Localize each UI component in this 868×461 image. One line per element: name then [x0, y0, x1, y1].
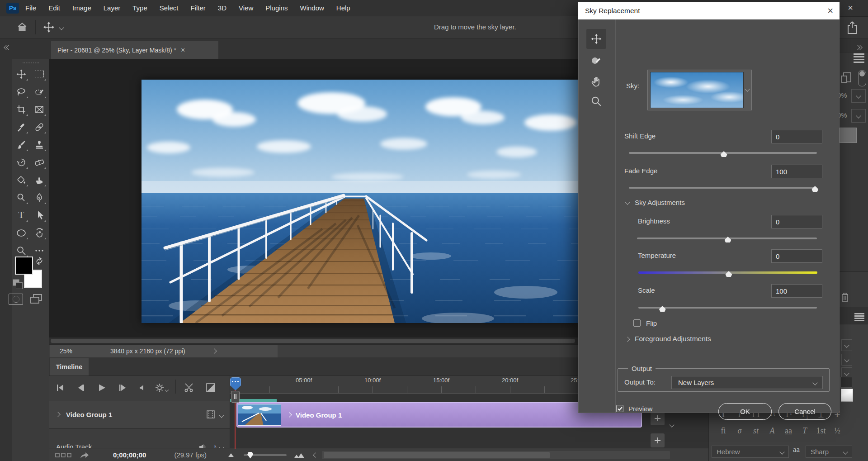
film-icon[interactable]	[206, 410, 216, 419]
char-combo-chevron-2[interactable]	[841, 354, 852, 366]
menu-filter[interactable]: Filter	[191, 4, 206, 12]
crop-tool[interactable]	[12, 100, 30, 118]
cancel-button[interactable]: Cancel	[778, 403, 831, 420]
pen-tool[interactable]	[30, 189, 48, 206]
slider-thumb[interactable]	[659, 306, 666, 312]
brush-tool[interactable]	[12, 136, 30, 153]
timeline-settings-button[interactable]	[154, 380, 169, 395]
playhead-handle[interactable]	[231, 391, 240, 403]
char-feature-button[interactable]: ½	[829, 426, 845, 436]
rotate-view-tool[interactable]	[30, 224, 48, 242]
menu-window[interactable]: Window	[300, 4, 324, 12]
foreground-color-swatch[interactable]	[15, 257, 33, 275]
foreground-adjustments-chevron-icon[interactable]	[625, 337, 630, 342]
expand-panels-icon[interactable]	[856, 43, 862, 51]
char-feature-button[interactable]: aa	[780, 426, 797, 436]
sky-preview-frame[interactable]	[647, 70, 752, 110]
dialog-close-icon[interactable]: ×	[827, 6, 833, 15]
layer-thumb-swatch[interactable]	[840, 128, 857, 143]
zoom-level-field[interactable]: 25%	[50, 345, 89, 357]
shape-tool[interactable]	[12, 224, 30, 242]
dodge-tool[interactable]	[12, 189, 30, 206]
gradient-tool[interactable]	[12, 171, 30, 189]
fill-dropdown-icon[interactable]	[851, 109, 866, 123]
shift-edge-slider[interactable]	[629, 152, 817, 154]
menu-select[interactable]: Select	[160, 4, 179, 12]
render-squares-icon[interactable]	[55, 453, 71, 457]
brightness-slider[interactable]	[637, 238, 817, 239]
panel-menu-icon[interactable]	[854, 53, 864, 55]
photoshop-logo[interactable]: Ps	[6, 3, 19, 14]
healing-brush-tool[interactable]	[30, 118, 48, 136]
video-group-expand-icon[interactable]	[55, 412, 60, 417]
document-tab-close-icon[interactable]: ×	[181, 46, 185, 54]
move-tool-options-icon[interactable]	[43, 21, 55, 33]
scale-input[interactable]	[771, 284, 822, 298]
frame-tool[interactable]	[30, 100, 48, 118]
video-group-menu-icon[interactable]	[219, 413, 224, 418]
dialog-sky-brush-tool[interactable]	[589, 54, 604, 69]
next-frame-button[interactable]	[115, 380, 130, 395]
canvas-document[interactable]	[142, 80, 578, 323]
dialog-zoom-tool[interactable]	[589, 94, 604, 109]
scroll-left-icon[interactable]	[313, 452, 318, 457]
doc-info-field[interactable]: 3840 px x 2160 px (72 ppi)	[89, 345, 278, 357]
menu-type[interactable]: Type	[132, 4, 147, 12]
swap-colors-icon[interactable]	[34, 257, 44, 266]
flip-checkbox[interactable]	[633, 319, 641, 327]
canvas-hscrollbar[interactable]	[49, 337, 578, 344]
home-icon[interactable]	[16, 21, 28, 33]
char-combo-chevron-1[interactable]	[841, 339, 852, 351]
history-brush-tool[interactable]	[12, 153, 30, 171]
dialog-titlebar[interactable]: Sky Replacement ×	[578, 2, 840, 19]
move-tool[interactable]	[12, 65, 30, 83]
path-selection-tool[interactable]	[30, 206, 48, 224]
slider-thumb[interactable]	[721, 151, 727, 157]
tab-timeline[interactable]: Timeline	[50, 358, 89, 375]
foreground-adjustments-label[interactable]: Foreground Adjustments	[635, 335, 711, 343]
scale-slider[interactable]	[638, 307, 817, 309]
slider-thumb[interactable]	[725, 271, 732, 277]
smudge-tool[interactable]	[30, 171, 48, 189]
menu-plugins[interactable]: Plugins	[265, 4, 288, 12]
document-tab[interactable]: Pier - 20681 @ 25% (Sky, Layer Mask/8) *…	[51, 41, 218, 59]
dialog-hand-tool[interactable]	[589, 74, 604, 89]
eyedropper-tool[interactable]	[12, 118, 30, 136]
transition-button[interactable]	[203, 380, 218, 395]
menu-3d[interactable]: 3D	[218, 4, 226, 12]
add-video-track-button[interactable]	[651, 411, 665, 425]
char-color-swatch[interactable]	[841, 389, 853, 402]
char-color-box[interactable]	[840, 377, 852, 388]
char-feature-button[interactable]: st	[748, 426, 764, 436]
temperature-slider[interactable]	[638, 271, 817, 274]
slider-thumb[interactable]	[724, 237, 731, 242]
zoom-in-timeline-icon[interactable]	[294, 452, 306, 458]
sky-picker-chevron-icon[interactable]	[745, 86, 750, 91]
preview-checkbox[interactable]	[616, 405, 623, 412]
layer-doc-icon[interactable]	[840, 71, 853, 85]
add-audio-track-button[interactable]	[651, 433, 665, 447]
marquee-tool[interactable]	[30, 65, 48, 83]
character-panel-menu-icon[interactable]	[854, 313, 864, 314]
clone-stamp-tool[interactable]	[30, 136, 48, 153]
menu-edit[interactable]: Edit	[48, 4, 60, 12]
output-to-select[interactable]: New Layers	[671, 376, 823, 389]
timeline-hscrollbar[interactable]	[322, 451, 670, 459]
slider-thumb[interactable]	[811, 186, 818, 192]
char-feature-button[interactable]: σ	[731, 426, 748, 436]
timeline-zoom-slider[interactable]	[244, 454, 287, 456]
render-video-icon[interactable]	[80, 451, 90, 459]
previous-frame-button[interactable]	[73, 380, 89, 395]
toggle-icon[interactable]	[858, 70, 866, 86]
doc-info-chevron-icon[interactable]	[212, 348, 217, 353]
go-to-first-frame-button[interactable]	[52, 380, 68, 395]
mute-audio-button[interactable]	[135, 380, 150, 395]
fade-edge-slider[interactable]	[629, 187, 817, 189]
play-button[interactable]	[94, 380, 109, 395]
language-select[interactable]: Hebrew	[712, 446, 789, 458]
share-icon[interactable]	[846, 21, 858, 34]
move-tool-options-chevron-icon[interactable]	[59, 25, 64, 30]
antialias-select[interactable]: Sharp	[806, 446, 852, 458]
object-selection-tool[interactable]	[30, 83, 48, 100]
sky-adjustments-label[interactable]: Sky Adjustments	[635, 199, 685, 206]
